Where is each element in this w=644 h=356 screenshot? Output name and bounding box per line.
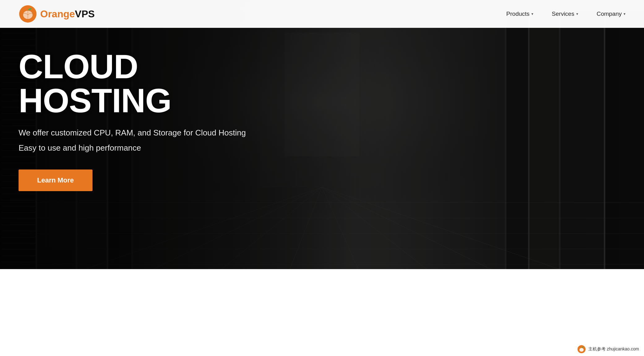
logo-rest: VPS	[75, 8, 95, 19]
nav-item-services[interactable]: Services ▾	[552, 11, 578, 17]
hero-subtitle-line1: We offer customized CPU, RAM, and Storag…	[19, 127, 260, 139]
hero-content: CLOUD HOSTING We offer customized CPU, R…	[0, 0, 278, 191]
hero-section: CLOUD HOSTING We offer customized CPU, R…	[0, 0, 644, 269]
nav-link-services[interactable]: Services ▾	[552, 11, 578, 17]
products-chevron-icon: ▾	[531, 12, 533, 16]
nav-item-products[interactable]: Products ▾	[506, 11, 533, 17]
navbar: OrangeVPS Products ▾ Services ▾ Company …	[0, 0, 644, 28]
logo-orange: Orange	[40, 8, 75, 19]
services-chevron-icon: ▾	[576, 12, 578, 16]
logo-text: OrangeVPS	[40, 9, 95, 19]
logo-icon	[19, 5, 37, 23]
logo-link[interactable]: OrangeVPS	[19, 5, 95, 23]
nav-link-company[interactable]: Company ▾	[597, 11, 625, 17]
hero-title: CLOUD HOSTING	[19, 49, 260, 118]
hero-subtitle-line2: Easy to use and high performance	[19, 142, 260, 154]
products-label: Products	[506, 11, 530, 17]
navbar-nav: Products ▾ Services ▾ Company ▾	[506, 11, 625, 17]
learn-more-button[interactable]: Learn More	[19, 169, 92, 191]
nav-item-company[interactable]: Company ▾	[597, 11, 625, 17]
services-label: Services	[552, 11, 574, 17]
company-label: Company	[597, 11, 622, 17]
nav-link-products[interactable]: Products ▾	[506, 11, 533, 17]
company-chevron-icon: ▾	[624, 12, 625, 16]
